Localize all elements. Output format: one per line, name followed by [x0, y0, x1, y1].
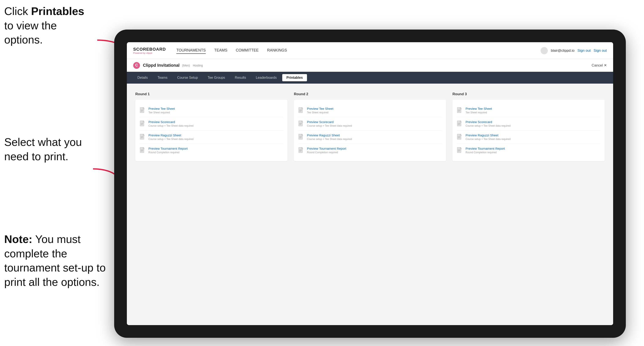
document-icon-1-4 — [140, 147, 146, 154]
tab-tee-groups[interactable]: Tee Groups — [204, 74, 230, 81]
print-item-3-1[interactable]: Preview Tee SheetTee Sheet required — [457, 104, 600, 117]
print-item-title-2-1: Preview Tee Sheet — [307, 107, 334, 110]
tournament-icon: C — [133, 62, 140, 69]
print-item-subtitle-3-4: Round Completion required — [466, 151, 505, 154]
round-card-2: Preview Tee SheetTee Sheet required Prev… — [294, 100, 446, 161]
tab-course-setup[interactable]: Course Setup — [173, 74, 202, 81]
print-item-subtitle-1-2: Course setup + Tee Sheet data required — [148, 124, 194, 127]
tournament-status: Hosting — [193, 64, 203, 67]
sign-out-link[interactable]: Sign out — [578, 48, 590, 53]
avatar — [540, 47, 548, 54]
tournament-name: Clippd Invitational — [143, 63, 180, 68]
document-icon-3-4 — [457, 147, 462, 154]
nav-link-teams[interactable]: TEAMS — [214, 47, 227, 54]
print-item-2-3[interactable]: Preview Raguzzi SheetCourse setup + Tee … — [298, 131, 442, 144]
print-item-title-3-4: Preview Tournament Report — [466, 147, 505, 150]
print-item-title-3-1: Preview Tee Sheet — [466, 107, 492, 110]
print-item-title-1-1: Preview Tee Sheet — [148, 107, 175, 110]
top-nav: SCOREBOARD Powered by clippd TOURNAMENTS… — [127, 42, 613, 59]
svg-rect-34 — [457, 107, 461, 113]
print-item-2-1[interactable]: Preview Tee SheetTee Sheet required — [298, 104, 442, 117]
print-item-2-4[interactable]: Preview Tournament ReportRound Completio… — [298, 144, 442, 157]
svg-rect-22 — [299, 121, 302, 126]
round-title-3: Round 3 — [452, 92, 605, 96]
document-icon-3-1 — [457, 107, 462, 114]
print-item-subtitle-3-1: Tee Sheet required — [466, 111, 492, 114]
print-item-1-2[interactable]: Preview ScorecardCourse setup + Tee Shee… — [140, 117, 283, 131]
document-icon-2-3 — [298, 134, 304, 141]
nav-link-tournaments[interactable]: TOURNAMENTS — [176, 47, 206, 54]
nav-link-rankings[interactable]: RANKINGS — [267, 47, 287, 54]
document-icon-3-3 — [457, 134, 462, 141]
svg-rect-18 — [299, 107, 302, 113]
rounds-grid: Round 1 Preview Tee SheetTee Sheet requi… — [135, 92, 605, 161]
print-item-3-4[interactable]: Preview Tournament ReportRound Completio… — [457, 144, 600, 157]
round-title-2: Round 2 — [294, 92, 446, 96]
document-icon-1-1 — [140, 107, 146, 114]
print-item-subtitle-3-2: Course setup + Tee Sheet data required — [466, 124, 510, 127]
tab-printables[interactable]: Printables — [282, 74, 307, 81]
svg-rect-14 — [140, 147, 144, 153]
nav-link-committee[interactable]: COMMITTEE — [236, 47, 258, 54]
logo-area: SCOREBOARD Powered by clippd — [133, 47, 166, 54]
tab-details[interactable]: Details — [133, 74, 152, 81]
logo-title: SCOREBOARD — [133, 47, 166, 52]
document-icon-3-2 — [457, 121, 462, 127]
round-title-1: Round 1 — [135, 92, 288, 96]
top-nav-right: blair@clippd.io Sign out Sign out — [540, 47, 607, 54]
print-item-title-2-2: Preview Scorecard — [307, 120, 352, 124]
tab-leaderboards[interactable]: Leaderboards — [252, 74, 281, 81]
logo-sub: Powered by clippd — [133, 52, 166, 54]
print-item-subtitle-2-4: Round Completion required — [307, 151, 346, 154]
print-item-subtitle-2-1: Tee Sheet required — [307, 111, 334, 114]
print-item-title-1-2: Preview Scorecard — [148, 120, 194, 124]
print-item-subtitle-2-2: Course setup + Tee Sheet data required — [307, 124, 352, 127]
cancel-button[interactable]: Cancel ✕ — [592, 63, 607, 68]
annotation-mid: Select what you need to print. — [4, 135, 93, 164]
print-item-1-4[interactable]: Preview Tournament ReportRound Completio… — [140, 144, 283, 157]
round-section-2: Round 2 Preview Tee SheetTee Sheet requi… — [294, 92, 446, 161]
print-item-title-3-3: Preview Raguzzi Sheet — [466, 133, 510, 137]
tab-teams[interactable]: Teams — [153, 74, 172, 81]
tablet-screen: SCOREBOARD Powered by clippd TOURNAMENTS… — [127, 42, 613, 325]
print-item-title-2-4: Preview Tournament Report — [307, 147, 346, 150]
print-item-subtitle-2-3: Course setup + Tee Sheet data required — [307, 138, 352, 141]
tablet-device: SCOREBOARD Powered by clippd TOURNAMENTS… — [114, 29, 626, 338]
annotation-bot: Note: You must complete the tournament s… — [4, 232, 110, 289]
print-item-2-2[interactable]: Preview ScorecardCourse setup + Tee Shee… — [298, 117, 442, 131]
svg-rect-10 — [140, 134, 144, 139]
print-item-1-3[interactable]: Preview Raguzzi SheetCourse setup + Tee … — [140, 131, 283, 144]
svg-rect-30 — [299, 147, 302, 153]
document-icon-1-3 — [140, 134, 146, 141]
round-card-3: Preview Tee SheetTee Sheet required Prev… — [452, 100, 605, 161]
svg-rect-38 — [457, 121, 461, 126]
main-content: Round 1 Preview Tee SheetTee Sheet requi… — [127, 84, 613, 325]
print-item-title-1-4: Preview Tournament Report — [148, 147, 188, 150]
annotation-top: Click Printables to view the options. — [4, 4, 93, 47]
document-icon-2-2 — [298, 121, 304, 127]
svg-rect-46 — [457, 147, 461, 153]
round-section-3: Round 3 Preview Tee SheetTee Sheet requi… — [452, 92, 605, 161]
top-nav-links: TOURNAMENTS TEAMS COMMITTEE RANKINGS — [176, 47, 540, 54]
sign-out-text[interactable]: Sign out — [594, 48, 607, 53]
tournament-badge: (Men) — [182, 64, 190, 67]
tournament-bar: C Clippd Invitational (Men) Hosting Canc… — [127, 59, 613, 72]
tab-results[interactable]: Results — [231, 74, 250, 81]
print-item-subtitle-1-1: Tee Sheet required — [148, 111, 175, 114]
print-item-3-2[interactable]: Preview ScorecardCourse setup + Tee Shee… — [457, 117, 600, 131]
document-icon-2-1 — [298, 107, 304, 114]
svg-rect-26 — [299, 134, 302, 139]
svg-rect-42 — [457, 134, 461, 139]
round-card-1: Preview Tee SheetTee Sheet required Prev… — [135, 100, 288, 161]
user-email: blair@clippd.io — [551, 48, 574, 53]
print-item-subtitle-1-3: Course setup + Tee Sheet data required — [148, 138, 194, 141]
document-icon-1-2 — [140, 121, 146, 127]
print-item-title-1-3: Preview Raguzzi Sheet — [148, 133, 194, 137]
print-item-3-3[interactable]: Preview Raguzzi SheetCourse setup + Tee … — [457, 131, 600, 144]
svg-rect-6 — [140, 121, 144, 126]
tab-bar: Details Teams Course Setup Tee Groups Re… — [127, 72, 613, 84]
document-icon-2-4 — [298, 147, 304, 154]
print-item-title-3-2: Preview Scorecard — [466, 120, 510, 124]
print-item-1-1[interactable]: Preview Tee SheetTee Sheet required — [140, 104, 283, 117]
print-item-title-2-3: Preview Raguzzi Sheet — [307, 133, 352, 137]
